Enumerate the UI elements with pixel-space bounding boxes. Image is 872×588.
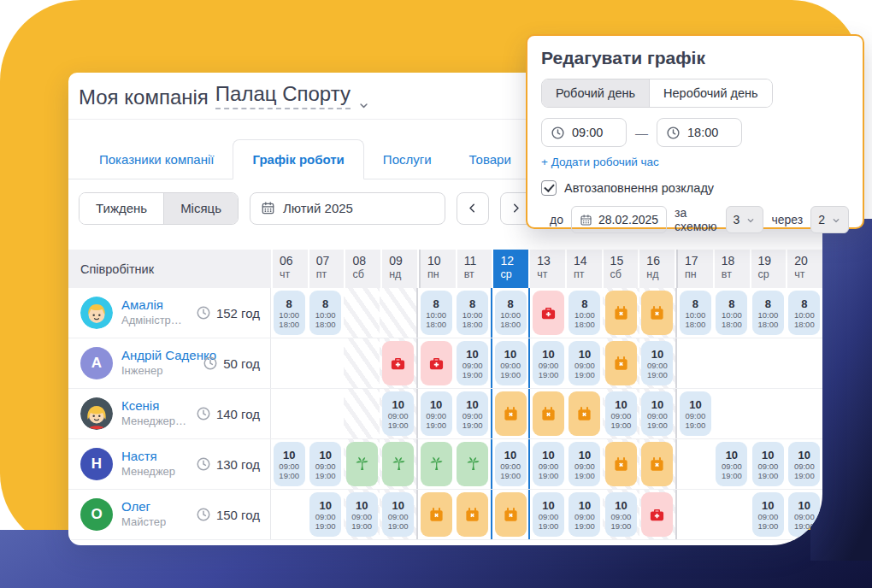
work-shift-chip[interactable]: 810:0018:00 (680, 291, 711, 335)
work-shift-chip[interactable]: 810:0018:00 (788, 291, 820, 335)
day-off-cell[interactable] (567, 389, 603, 438)
empty-schedule-cell[interactable] (750, 338, 786, 388)
day-off-chip[interactable] (495, 492, 527, 537)
day-header-19[interactable]: 19ср (751, 250, 787, 288)
through-select[interactable]: 2 (810, 206, 849, 233)
day-header-20[interactable]: 20чт (787, 250, 822, 288)
work-shift-chip[interactable]: 1009:0019:00 (605, 492, 637, 537)
work-shift-chip[interactable]: 810:0018:00 (569, 291, 600, 335)
work-shift-cell[interactable]: 810:0018:00 (271, 288, 307, 338)
work-shift-chip[interactable]: 1009:0019:00 (788, 442, 820, 486)
day-header-11[interactable]: 11вт (457, 250, 492, 288)
work-shift-chip[interactable]: 1009:0019:00 (680, 391, 711, 436)
work-shift-chip[interactable]: 810:0018:00 (421, 291, 452, 335)
day-off-cell[interactable] (491, 389, 530, 438)
sick-day-cell[interactable] (416, 338, 454, 388)
tab-3[interactable]: Товари (451, 140, 530, 179)
work-shift-chip[interactable]: 1009:0019:00 (569, 341, 600, 385)
work-shift-cell[interactable]: 1009:0019:00 (530, 439, 566, 489)
empty-schedule-cell[interactable] (714, 389, 750, 438)
work-shift-chip[interactable]: 1009:0019:00 (382, 492, 414, 537)
day-header-14[interactable]: 14пт (567, 250, 602, 288)
work-shift-cell[interactable]: 810:0018:00 (787, 288, 822, 338)
employee-cell[interactable]: КсеніяМенеджер-пр...140 год (68, 389, 271, 438)
employee-name[interactable]: Андрій Саденко (121, 348, 194, 363)
work-shift-chip[interactable]: 1009:0019:00 (641, 341, 673, 385)
vacation-chip[interactable] (421, 442, 452, 486)
view-week-button[interactable]: Тиждень (80, 193, 163, 224)
day-off-chip[interactable] (641, 442, 673, 486)
work-shift-chip[interactable]: 1009:0019:00 (309, 442, 341, 486)
work-shift-cell[interactable]: 1009:0019:00 (307, 439, 343, 489)
work-shift-cell[interactable]: 1009:0019:00 (344, 490, 380, 539)
work-shift-cell[interactable]: 1009:0019:00 (567, 439, 603, 489)
work-shift-chip[interactable]: 1009:0019:00 (569, 442, 600, 486)
work-shift-chip[interactable]: 1009:0019:00 (495, 442, 527, 486)
work-shift-cell[interactable]: 1009:0019:00 (454, 389, 490, 438)
work-shift-chip[interactable]: 1009:0019:00 (752, 442, 784, 486)
time-to-input[interactable]: 18:00 (657, 118, 742, 147)
work-shift-chip[interactable]: 1009:0019:00 (752, 492, 784, 537)
work-shift-cell[interactable]: 810:0018:00 (750, 288, 786, 338)
day-off-cell[interactable] (454, 490, 490, 539)
day-off-chip[interactable] (495, 391, 527, 436)
work-shift-cell[interactable]: 1009:0019:00 (639, 338, 675, 388)
work-shift-cell[interactable]: 1009:0019:00 (750, 490, 786, 539)
day-off-chip[interactable] (569, 391, 600, 436)
work-shift-cell[interactable]: 1009:0019:00 (271, 439, 307, 489)
sick-day-chip[interactable] (421, 341, 452, 385)
empty-schedule-cell[interactable] (344, 338, 380, 388)
employee-name[interactable]: Настя (121, 449, 175, 464)
sick-day-cell[interactable] (380, 338, 415, 388)
work-shift-cell[interactable]: 1009:0019:00 (307, 490, 343, 539)
tab-0[interactable]: Показники компанії (80, 140, 233, 179)
work-shift-cell[interactable]: 1009:0019:00 (380, 490, 415, 539)
work-shift-cell[interactable]: 1009:0019:00 (714, 439, 750, 489)
day-header-16[interactable]: 16нд (639, 250, 675, 288)
non-working-day-tab[interactable]: Неробочий день (649, 79, 772, 107)
work-shift-chip[interactable]: 1009:0019:00 (716, 442, 747, 486)
work-shift-cell[interactable]: 1009:0019:00 (787, 439, 822, 489)
employee-name[interactable]: Амалія (121, 297, 187, 313)
work-shift-cell[interactable]: 1009:0019:00 (380, 389, 415, 438)
scheme-select[interactable]: 3 (726, 206, 764, 233)
work-shift-cell[interactable]: 810:0018:00 (675, 288, 713, 338)
day-off-chip[interactable] (605, 442, 637, 486)
work-shift-cell[interactable]: 1009:0019:00 (750, 439, 786, 489)
empty-schedule-cell[interactable] (714, 490, 750, 539)
sick-day-chip[interactable] (641, 492, 673, 537)
add-work-time-link[interactable]: + Додати робочий час (541, 156, 659, 168)
work-shift-cell[interactable]: 1009:0019:00 (454, 338, 490, 388)
work-shift-chip[interactable]: 1009:0019:00 (495, 341, 527, 385)
work-shift-chip[interactable]: 1009:0019:00 (457, 391, 488, 436)
work-shift-chip[interactable]: 810:0018:00 (309, 291, 341, 335)
tab-1-active[interactable]: Графік роботи (233, 139, 363, 179)
sick-day-cell[interactable] (639, 490, 675, 539)
day-header-12[interactable]: 12ср (493, 250, 528, 288)
period-picker[interactable]: Лютий 2025 (250, 192, 445, 225)
day-off-cell[interactable] (491, 490, 530, 539)
vacation-cell[interactable] (454, 439, 490, 489)
work-shift-cell[interactable]: 810:0018:00 (416, 288, 454, 338)
work-shift-chip[interactable]: 1009:0019:00 (346, 492, 378, 537)
work-shift-chip[interactable]: 1009:0019:00 (533, 341, 564, 385)
work-shift-chip[interactable]: 810:0018:00 (752, 291, 784, 335)
day-off-cell[interactable] (416, 490, 454, 539)
day-off-chip[interactable] (421, 492, 452, 537)
work-shift-chip[interactable]: 810:0018:00 (457, 291, 488, 335)
empty-schedule-cell[interactable] (271, 490, 307, 539)
day-header-06[interactable]: 06чт (273, 250, 308, 288)
work-shift-chip[interactable]: 1009:0019:00 (569, 492, 600, 537)
autofill-checkbox[interactable] (541, 180, 557, 196)
day-off-chip[interactable] (605, 341, 637, 385)
employee-cell[interactable]: АмаліяАдміністратор152 год (68, 288, 271, 338)
empty-schedule-cell[interactable] (344, 389, 380, 438)
until-date-input[interactable]: 28.02.2025 (571, 206, 667, 233)
day-header-08[interactable]: 08сб (345, 250, 380, 288)
empty-schedule-cell[interactable] (380, 288, 415, 338)
employee-name[interactable]: Ксенія (121, 398, 187, 414)
day-header-07[interactable]: 07пт (309, 250, 345, 288)
day-off-chip[interactable] (457, 492, 488, 537)
empty-schedule-cell[interactable] (271, 389, 307, 438)
empty-schedule-cell[interactable] (787, 338, 822, 388)
